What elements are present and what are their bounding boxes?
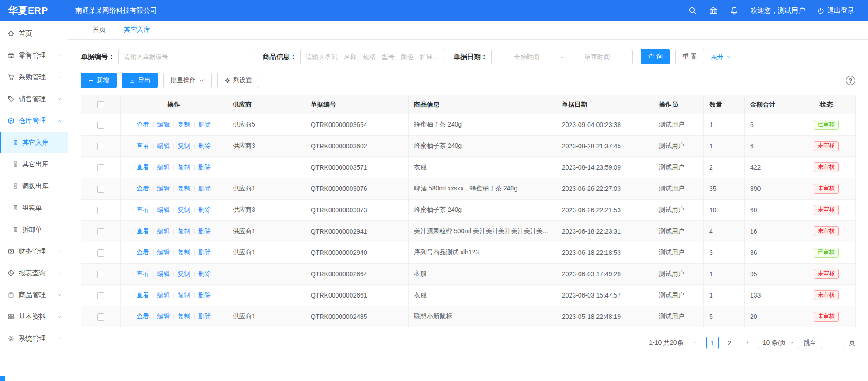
row-checkbox[interactable] [97,228,104,235]
page-button-1[interactable]: 1 [706,337,719,349]
row-action-delete[interactable]: 删除 [198,163,211,171]
row-action-edit[interactable]: 编辑 [157,206,170,213]
row-action-edit[interactable]: 编辑 [157,142,170,149]
batch-label: 批量操作 [171,76,196,84]
row-action-edit[interactable]: 编辑 [157,227,170,234]
tab-other-inbound[interactable]: 其它入库 [115,21,159,39]
sidebar-subitem-assembly[interactable]: 组装单 [0,197,68,219]
sidebar-item-basic[interactable]: 基本资料 [0,306,68,327]
row-action-delete[interactable]: 删除 [198,206,211,213]
row-checkbox[interactable] [97,207,104,214]
cell-supplier: 供应商3 [227,200,305,221]
sidebar-item-retail[interactable]: 零售管理 [0,44,68,66]
cell-qty: 1 [704,264,745,285]
row-action-delete[interactable]: 删除 [198,185,211,192]
row-action-edit[interactable]: 编辑 [157,291,170,298]
expand-link[interactable]: 展开 [711,53,731,61]
batch-actions-button[interactable]: 批量操作 [163,73,212,88]
next-page-button[interactable] [741,337,753,349]
date-end-input[interactable] [566,53,628,60]
row-checkbox[interactable] [97,164,104,171]
sidebar-item-purchase[interactable]: 采购管理 [0,66,68,88]
bill-no-input[interactable] [118,49,254,64]
row-action-view[interactable]: 查看 [137,270,149,277]
row-action-copy[interactable]: 复制 [178,142,190,149]
prev-page-button[interactable] [689,337,702,349]
row-action-copy[interactable]: 复制 [178,185,190,192]
cell-product: 啤酒 580ml xxsxx，蜂蜜柚子茶 240g [409,178,556,200]
row-action-copy[interactable]: 复制 [178,291,190,298]
row-action-delete[interactable]: 删除 [198,313,211,320]
page-size-select[interactable]: 10 条/页 [758,337,799,349]
row-action-copy[interactable]: 复制 [178,121,190,128]
row-action-copy[interactable]: 复制 [178,163,190,171]
sidebar-item-finance[interactable]: 财务管理 [0,240,68,262]
row-action-view[interactable]: 查看 [137,249,149,256]
row-action-edit[interactable]: 编辑 [157,270,170,277]
tab-home[interactable]: 首页 [83,21,115,39]
row-action-copy[interactable]: 复制 [178,227,190,234]
sidebar-item-sales[interactable]: 销售管理 [0,88,68,110]
export-button[interactable]: 导出 [122,73,158,88]
reset-button[interactable]: 重 置 [675,49,704,64]
row-action-edit[interactable]: 编辑 [157,121,170,128]
row-action-view[interactable]: 查看 [137,206,149,213]
sidebar-item-warehouse[interactable]: 仓库管理 [0,110,68,132]
sidebar-item-goods[interactable]: 商品管理 [0,284,68,306]
row-action-edit[interactable]: 编辑 [157,313,170,320]
row-checkbox[interactable] [97,122,104,129]
row-action-edit[interactable]: 编辑 [157,163,170,171]
row-checkbox[interactable] [97,143,104,150]
row-checkbox[interactable] [97,313,104,321]
row-action-view[interactable]: 查看 [137,313,149,320]
bell-icon[interactable] [730,6,739,15]
date-start-input[interactable] [496,53,557,60]
row-action-delete[interactable]: 删除 [198,291,211,298]
sidebar-item-home[interactable]: 首页 [0,23,68,44]
row-action-view[interactable]: 查看 [137,185,149,192]
row-action-view[interactable]: 查看 [137,227,149,234]
row-action-delete[interactable]: 删除 [198,142,211,149]
row-action-copy[interactable]: 复制 [178,206,190,213]
bank-icon[interactable] [709,6,718,15]
jump-label: 跳至 [804,339,816,347]
row-checkbox[interactable] [97,186,104,193]
app-logo[interactable]: 华夏ERP [0,4,68,17]
sidebar-item-system[interactable]: 系统管理 [0,327,68,349]
welcome-text[interactable]: 欢迎您，测试用户 [751,6,805,15]
row-checkbox[interactable] [97,271,104,278]
row-action-copy[interactable]: 复制 [178,249,190,256]
select-all-checkbox[interactable] [97,101,104,108]
search-button[interactable]: 查 询 [641,49,670,64]
row-checkbox[interactable] [97,292,104,299]
date-range-picker[interactable]: ~ [491,49,633,64]
row-action-edit[interactable]: 编辑 [157,185,170,192]
row-action-view[interactable]: 查看 [137,121,149,128]
page-button-2[interactable]: 2 [723,337,736,349]
sidebar-subitem-label: 调拨出库 [22,182,49,190]
sidebar-subitem-other-outbound[interactable]: 其它出库 [0,153,68,175]
row-action-view[interactable]: 查看 [137,142,149,149]
row-action-view[interactable]: 查看 [137,163,149,171]
row-action-delete[interactable]: 删除 [198,270,211,277]
sidebar-subitem-transfer-outbound[interactable]: 调拨出库 [0,175,68,197]
row-action-copy[interactable]: 复制 [178,313,190,320]
logout-button[interactable]: 退出登录 [817,6,854,15]
sidebar-subitem-other-inbound[interactable]: 其它入库 [0,132,68,153]
sidebar-subitem-disassembly[interactable]: 拆卸单 [0,219,68,240]
row-action-view[interactable]: 查看 [137,291,149,298]
column-settings-button[interactable]: 列设置 [217,73,259,88]
product-info-input[interactable] [300,49,445,64]
row-action-delete[interactable]: 删除 [198,227,211,234]
cell-supplier: 供应商1 [227,221,305,242]
jump-page-input[interactable] [821,337,844,349]
row-action-copy[interactable]: 复制 [178,270,190,277]
search-icon[interactable] [688,6,697,15]
row-action-delete[interactable]: 删除 [198,121,211,128]
row-checkbox[interactable] [97,249,104,257]
add-button[interactable]: 新增 [81,73,117,88]
row-action-delete[interactable]: 删除 [198,249,211,256]
row-action-edit[interactable]: 编辑 [157,249,170,256]
help-icon[interactable]: ? [846,76,855,85]
sidebar-item-report[interactable]: 报表查询 [0,262,68,284]
